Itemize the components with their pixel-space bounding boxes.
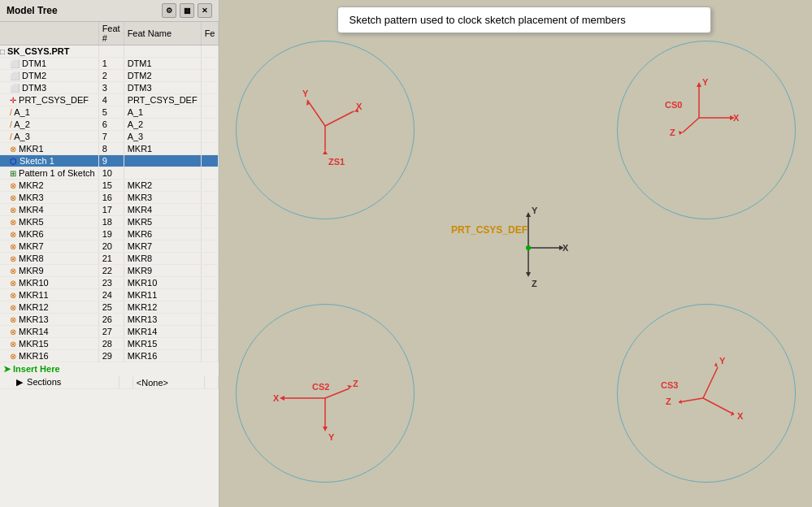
tree-row[interactable]: ⬜ DTM2 2 DTM2 xyxy=(0,70,219,82)
tooltip-text: Sketch pattern used to clock sketch plac… xyxy=(350,14,626,26)
tree-cell-name: ⊗ MKR4 xyxy=(0,204,98,216)
tree-row[interactable]: ⊗ MKR3 16 MKR3 xyxy=(0,192,219,204)
tree-cell-name: ⬜ DTM1 xyxy=(0,58,98,70)
tree-cell-feat: 1 xyxy=(98,58,124,70)
tree-cell-feat: 23 xyxy=(98,277,124,289)
tree-row[interactable]: ⊗ MKR11 24 MKR11 xyxy=(0,289,219,301)
sections-value xyxy=(119,376,133,389)
close-icon[interactable]: ✕ xyxy=(198,3,212,18)
tree-row[interactable]: ⊞ Pattern 1 of Sketch 10 xyxy=(0,167,219,180)
tree-cell-name: ⊗ MKR8 xyxy=(0,253,98,265)
tree-cell-fe xyxy=(201,106,219,119)
csys-icon: ✛ xyxy=(10,96,16,105)
sketch-icon: ⬡ xyxy=(10,157,17,166)
mkr-icon: ⊗ xyxy=(10,230,16,239)
tree-row[interactable]: ⊗ MKR13 26 MKR13 xyxy=(0,314,219,326)
tree-cell-featname xyxy=(124,155,201,167)
tree-row[interactable]: ⊗ MKR15 28 MKR15 xyxy=(0,338,219,350)
tree-row[interactable]: □ SK_CSYS.PRT xyxy=(0,46,219,58)
tree-cell-feat: 18 xyxy=(98,216,124,228)
tree-row[interactable]: / A_1 5 A_1 xyxy=(0,106,219,119)
tree-cell-feat: 16 xyxy=(98,192,124,204)
tree-cell-name: ⊗ MKR3 xyxy=(0,192,98,204)
tree-cell-name: ✛ PRT_CSYS_DEF xyxy=(0,94,98,106)
tree-row[interactable]: / A_3 7 A_3 xyxy=(0,131,219,143)
tree-row[interactable]: ⊗ MKR8 21 MKR8 xyxy=(0,253,219,265)
mkr-icon: ⊗ xyxy=(10,218,16,227)
pattern-icon: ⊞ xyxy=(10,169,16,178)
tree-cell-featname: A_1 xyxy=(124,106,201,119)
tree-row[interactable]: ⬡ Sketch 1 9 xyxy=(0,155,219,167)
svg-marker-15 xyxy=(559,245,564,250)
tree-cell-fe xyxy=(201,326,219,338)
tree-item-label: DTM3 xyxy=(22,83,46,93)
mkr-icon: ⊗ xyxy=(10,327,16,336)
tree-item-label: PRT_CSYS_DEF xyxy=(19,95,89,105)
mkr-icon: ⊗ xyxy=(10,242,16,251)
datum-plane: ⬜ xyxy=(10,72,20,80)
tree-row[interactable]: ⊗ MKR5 18 MKR5 xyxy=(0,216,219,228)
tree-table: Feat # Feat Name Fe □ SK_CSYS.PRT ⬜ DTM1… xyxy=(0,22,219,507)
tree-row[interactable]: ⊗ MKR16 29 MKR16 xyxy=(0,350,219,362)
tree-row[interactable]: ⊗ MKR1 8 MKR1 xyxy=(0,143,219,155)
tree-cell-feat: 19 xyxy=(98,228,124,240)
mkr-icon: ⊗ xyxy=(10,340,16,349)
right-panel: Sketch pattern used to clock sketch plac… xyxy=(219,0,812,507)
tree-cell-name: ⊗ MKR12 xyxy=(0,301,98,314)
tree-cell-feat: 5 xyxy=(98,106,124,119)
tree-cell-name: □ SK_CSYS.PRT xyxy=(0,46,98,58)
tree-cell-name: ⊗ MKR9 xyxy=(0,265,98,277)
tree-row[interactable]: ✛ PRT_CSYS_DEF 4 PRT_CSYS_DEF xyxy=(0,94,219,106)
axis-icon: / xyxy=(10,108,12,117)
tree-cell-name: ⊞ Pattern 1 of Sketch xyxy=(0,167,98,180)
tree-cell-name: ⊗ MKR16 xyxy=(0,350,98,362)
tree-row[interactable]: ⊗ MKR12 25 MKR12 xyxy=(0,301,219,314)
tree-cell-fe xyxy=(201,192,219,204)
tree-row[interactable]: ⊗ MKR7 20 MKR7 xyxy=(0,240,219,253)
tree-row[interactable]: ⊗ MKR9 22 MKR9 xyxy=(0,265,219,277)
tree-cell-fe xyxy=(201,204,219,216)
mkr-icon: ⊗ xyxy=(10,279,16,288)
mkr-icon: ⊗ xyxy=(10,303,16,312)
tree-cell-name: ⊗ MKR14 xyxy=(0,326,98,338)
filter-icon[interactable]: ▦ xyxy=(180,3,194,18)
tree-row[interactable]: ⊗ MKR6 19 MKR6 xyxy=(0,228,219,240)
tree-cell-fe xyxy=(201,277,219,289)
tree-cell-fe xyxy=(201,167,219,180)
tree-row[interactable]: ⊗ MKR10 23 MKR10 xyxy=(0,277,219,289)
col-feat-num: Feat # xyxy=(98,22,124,46)
tree-row[interactable]: ⊗ MKR4 17 MKR4 xyxy=(0,204,219,216)
mkr-icon: ⊗ xyxy=(10,352,16,361)
part-icon: □ xyxy=(0,47,5,56)
circle-top-right xyxy=(617,41,796,219)
tree-cell-feat: 4 xyxy=(98,94,124,106)
tree-cell-feat: 9 xyxy=(98,155,124,167)
sections-row: ▶ Sections <None> xyxy=(0,376,219,389)
tree-cell-featname: MKR14 xyxy=(124,326,201,338)
tree-row[interactable]: ⬜ DTM1 1 DTM1 xyxy=(0,58,219,70)
tree-row[interactable]: ⊗ MKR2 15 MKR2 xyxy=(0,180,219,192)
tree-cell-feat: 28 xyxy=(98,338,124,350)
tree-row[interactable]: ⬜ DTM3 3 DTM3 xyxy=(0,82,219,94)
circle-bottom-right xyxy=(617,304,796,483)
tree-cell-name: ⬜ DTM2 xyxy=(0,70,98,82)
tree-row[interactable]: ⊗ MKR14 27 MKR14 xyxy=(0,326,219,338)
mkr-icon: ⊗ xyxy=(10,181,16,190)
sections-none: <None> xyxy=(132,376,205,389)
col-feat-name: Feat Name xyxy=(124,22,201,46)
tree-item-label: MKR11 xyxy=(19,290,49,300)
tree-cell-feat: 22 xyxy=(98,265,124,277)
model-tree-header: Model Tree ⚙ ▦ ✕ xyxy=(0,0,219,22)
tree-cell-featname: DTM1 xyxy=(124,58,201,70)
tree-item-label: MKR10 xyxy=(19,278,49,288)
settings-icon[interactable]: ⚙ xyxy=(162,3,176,18)
tree-cell-featname: MKR7 xyxy=(124,240,201,253)
tree-cell-feat: 29 xyxy=(98,350,124,362)
tree-cell-featname: PRT_CSYS_DEF xyxy=(124,94,201,106)
tree-cell-feat: 8 xyxy=(98,143,124,155)
tree-row[interactable]: / A_2 6 A_2 xyxy=(0,119,219,131)
tree-item-label: MKR5 xyxy=(19,217,44,227)
sections-label: ▶ Sections xyxy=(0,376,119,389)
tree-cell-featname: MKR3 xyxy=(124,192,201,204)
tree-item-label: MKR14 xyxy=(19,327,49,336)
